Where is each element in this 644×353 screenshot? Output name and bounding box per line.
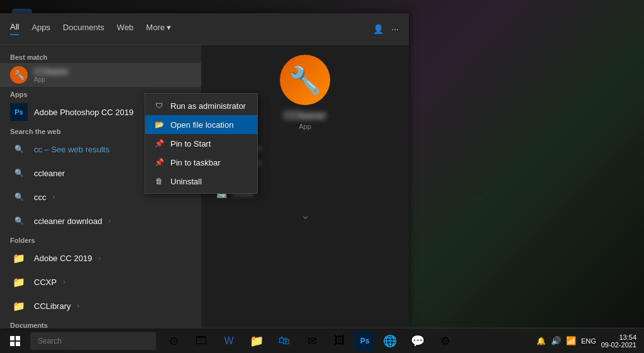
lang-indicator: ENG (581, 337, 596, 345)
shield-icon: 🛡 (154, 101, 164, 111)
folder-ccxp-label: CCXP (34, 277, 57, 287)
user-icon[interactable]: 👤 (373, 24, 384, 34)
svg-rect-1 (16, 336, 20, 340)
search-icon-4: 🔍 (10, 212, 28, 230)
more-options-icon[interactable]: ··· (391, 24, 399, 34)
photoshop-icon: Ps (10, 103, 28, 121)
svg-rect-0 (10, 336, 14, 340)
tab-web[interactable]: Web (117, 23, 134, 35)
suggestion-ccleaner-dl-label: ccleaner download (34, 216, 102, 226)
suggestion-ccleaner-label: ccleaner (34, 169, 65, 178)
best-match-item[interactable]: 🔧 CCleaner App (0, 63, 201, 87)
arrow-icon-3: › (99, 254, 101, 262)
app-detail-icon: 🔧 (280, 55, 330, 105)
taskbar-word-icon[interactable]: W (216, 328, 242, 354)
folder-icon-3: 📁 (10, 297, 28, 315)
pin-start-icon: 📌 (154, 138, 164, 148)
volume-icon[interactable]: 🔊 (551, 336, 561, 345)
svg-rect-3 (16, 342, 20, 346)
context-pin-taskbar[interactable]: 📌 Pin to taskbar (145, 153, 257, 172)
suggestion-ccleaner-dl[interactable]: 🔍 ccleaner download › (0, 209, 201, 233)
trash-icon: 🗑 (154, 176, 164, 186)
tab-documents[interactable]: Documents (63, 23, 104, 35)
folders-header: Folders (0, 233, 201, 246)
context-open-location-label: Open file location (170, 120, 233, 130)
tab-right-icons: 👤 ··· (373, 24, 399, 34)
tab-apps[interactable]: Apps (31, 23, 50, 35)
photoshop-label: Adobe Photoshop CC 2019 (34, 108, 133, 117)
taskbar-store-icon[interactable]: 🛍 (272, 328, 297, 354)
taskbar-time-display: 13:54 (601, 333, 636, 341)
taskbar-explorer-icon[interactable]: 📁 (244, 328, 269, 354)
folder-open-icon: 📂 (154, 120, 164, 130)
search-icon: 🔍 (10, 140, 28, 158)
context-uninstall[interactable]: 🗑 Uninstall (145, 172, 257, 191)
arrow-icon-5: › (77, 301, 80, 310)
taskbar-chrome-icon[interactable]: 🌐 (377, 328, 402, 354)
search-icon-3: 🔍 (10, 188, 28, 206)
context-run-admin[interactable]: 🛡 Run as administrator (145, 96, 257, 115)
search-icon-2: 🔍 (10, 164, 28, 182)
folder-adobe-label: Adobe CC 2019 (34, 254, 92, 263)
expand-chevron-icon[interactable]: ⌄ (301, 209, 310, 221)
folder-cclibrary-label: CCLibrary (34, 301, 71, 311)
context-run-admin-label: Run as administrator (170, 101, 246, 111)
context-pin-start-label: Pin to Start (170, 139, 211, 148)
tab-more-label: More (146, 23, 165, 32)
folder-cclibrary[interactable]: 📁 CCLibrary › (0, 294, 201, 318)
taskbar-clock: 13:54 09-02-2021 (601, 333, 636, 349)
taskbar: ⊙ 🗔 W 📁 🛍 ✉ 🖼 Ps 🌐 💬 ⚙ 🔔 🔊 📶 ENG 13:54 0… (0, 328, 644, 353)
folder-adobe[interactable]: 📁 Adobe CC 2019 › (0, 246, 201, 270)
pin-taskbar-icon: 📌 (154, 157, 164, 167)
taskbar-discord-icon[interactable]: 💬 (405, 328, 430, 354)
ccleaner-icon: 🔧 (10, 66, 28, 84)
taskbar-cortana-icon[interactable]: ⊙ (161, 328, 186, 354)
suggestion-ccc-label: ccc (34, 193, 47, 202)
best-match-type: App (34, 76, 191, 83)
taskbar-mail-icon[interactable]: ✉ (299, 328, 325, 354)
arrow-icon-2: › (108, 216, 111, 225)
search-tabs-bar: All Apps Documents Web More ▾ 👤 ··· (0, 13, 409, 45)
tab-all[interactable]: All (10, 22, 19, 35)
app-detail-type: App (299, 123, 311, 130)
taskbar-notification-area: 🔔 🔊 📶 ENG 13:54 09-02-2021 (536, 333, 644, 349)
taskbar-pinned-icons: ⊙ 🗔 W 📁 🛍 ✉ 🖼 Ps 🌐 💬 ⚙ (161, 328, 458, 354)
taskbar-settings-icon[interactable]: ⚙ (433, 328, 458, 354)
context-menu: 🛡 Run as administrator 📂 Open file locat… (145, 93, 258, 194)
arrow-icon-4: › (63, 277, 65, 286)
taskbar-search-input[interactable] (30, 332, 156, 350)
documents-header: Documents (0, 318, 201, 328)
arrow-icon-1: › (53, 193, 55, 201)
folder-icon-2: 📁 (10, 273, 28, 291)
taskbar-taskview-icon[interactable]: 🗔 (189, 328, 214, 354)
folder-ccxp[interactable]: 📁 CCXP › (0, 270, 201, 294)
notifications-icon[interactable]: 🔔 (536, 337, 546, 345)
start-button[interactable] (0, 328, 30, 354)
context-pin-taskbar-label: Pin to taskbar (170, 158, 221, 167)
best-match-text: CCleaner App (34, 67, 191, 83)
svg-rect-2 (10, 342, 14, 346)
context-pin-start[interactable]: 📌 Pin to Start (145, 134, 257, 153)
taskbar-date-display: 09-02-2021 (601, 341, 636, 349)
desktop: 💻 This PC 🛡 NordVPN 📁 kws 🟧 Domi Availab… (0, 0, 644, 353)
folder-icon-1: 📁 (10, 249, 28, 267)
best-match-header: Best match (0, 50, 201, 63)
web-search-label: cc – See web results (34, 145, 109, 154)
taskbar-photos-icon[interactable]: 🖼 (327, 328, 352, 354)
context-uninstall-label: Uninstall (170, 177, 202, 186)
network-icon[interactable]: 📶 (566, 336, 576, 345)
best-match-name: CCleaner (34, 67, 191, 76)
context-open-location[interactable]: 📂 Open file location (145, 115, 257, 134)
chevron-down-icon: ▾ (167, 23, 171, 32)
app-detail-name: CCleaner (284, 110, 326, 121)
tab-more[interactable]: More ▾ (146, 23, 171, 35)
taskbar-ps-icon[interactable]: Ps (355, 331, 375, 351)
